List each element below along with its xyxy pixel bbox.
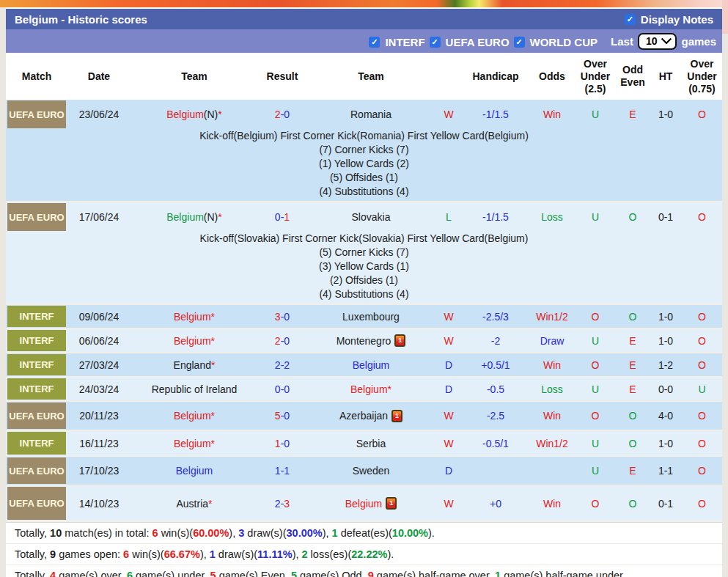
text: 2 [275,359,281,371]
text: E [629,383,636,395]
summary: Totally, 10 match(es) in total: 6 win(s)… [6,522,722,577]
text: W [444,109,453,120]
text: 0 [284,335,290,347]
text: loss(es)( [308,548,352,560]
note-line: (2) Offsides (1) [6,273,722,287]
match-row: UEFA EURO17/10/23Belgium1-1SwedenDUE1-1O [6,457,722,486]
team-star: * [218,109,221,120]
filter-bar: INTERFUEFA EUROWORLD CUP Last 10 games [6,29,722,53]
text: O [629,211,637,223]
team-name: Belgium [166,211,204,223]
odds-cell: Win1/2 [529,305,575,328]
text: game(s) over, [56,570,127,577]
summary-line: Totally, 4 game(s) over, 6 game(s) under… [6,565,722,577]
filter-checkbox-icon[interactable] [430,37,441,48]
team-cell: Belgium* [130,305,258,328]
team-cell: Belgium(N)* [130,100,258,129]
display-notes-checkbox[interactable] [625,14,636,25]
text: 1 [275,465,281,477]
text: ). [428,527,435,539]
competition-cell: UEFA EURO [6,457,67,485]
text: 3 [275,311,281,323]
handicap-cell: +0 [462,486,529,521]
text: O [592,311,600,323]
outcome-cell: D [435,378,462,400]
text: Loss [541,211,563,223]
text: 5 [210,570,216,577]
team-name: Austria [176,498,208,510]
text: win(s)( [158,527,194,539]
text: ), [293,548,302,560]
team-cell: Belgium [306,486,435,521]
half-time-cell: 0-1 [650,202,682,232]
text: ). [387,548,394,560]
team-name: Luxembourg [342,311,400,323]
match-row: INTERF06/06/24Belgium*2-0MontenegroW-2Dr… [6,329,722,353]
competition-cell: INTERF [6,378,67,400]
text: O [698,211,706,223]
column-header: HT [650,53,682,100]
column-header: Over Under (0.75) [682,53,722,100]
red-card-icon [386,497,397,510]
filter-checkbox-icon[interactable] [514,37,525,48]
text: -2.5 [487,410,504,422]
text: Win [543,410,561,422]
text: Win [543,498,561,510]
match-main-row: INTERF06/06/24Belgium*2-0MontenegroW-2Dr… [6,329,722,352]
text: -2.5/3 [482,311,509,323]
odd-even-cell: O [616,431,650,455]
text: 2 [275,335,281,347]
text: 1 [332,527,338,539]
outcome-cell: W [435,402,462,430]
outcome-cell: W [435,100,462,129]
match-date: 23/06/24 [67,100,130,129]
odds-cell: Loss [529,378,575,400]
text: W [444,311,453,323]
odd-even-cell: O [616,486,650,521]
text: D [445,465,452,477]
last-games-select[interactable]: 10 [638,33,677,50]
text: W [444,438,453,449]
over-under-0-75-cell: O [682,431,722,455]
text: O [592,498,600,510]
match-date: 16/11/23 [67,431,130,455]
half-time-cell: 1-0 [650,431,682,455]
text: E [629,109,636,120]
competition-badge: UEFA EURO [7,100,66,128]
text: (N) [204,109,218,120]
text: O [629,438,637,449]
competition-badge: UEFA EURO [7,203,66,231]
text: 1-2 [658,359,673,371]
filter-group: INTERF [369,36,424,48]
text: Win [543,109,561,120]
text: win(s)( [129,548,164,560]
text: O [698,498,706,510]
team-cell: Slovakia [306,202,435,232]
team-name: Belgium [353,359,390,371]
match-row: INTERF09/06/24Belgium*3-0LuxembourgW-2.5… [6,305,722,329]
match-date: 24/03/24 [67,378,130,400]
over-under-2-5-cell: U [575,457,616,485]
outcome-cell: D [435,457,462,485]
over-under-0-75-cell: O [682,305,722,328]
match-row: UEFA EURO17/06/24Belgium(N)*0-1SlovakiaL… [6,202,722,305]
competition-badge: INTERF [7,378,66,400]
team-cell: Azerbaijan [306,402,435,430]
filter-group: UEFA EURO [430,36,510,48]
team-name: Belgium [174,438,211,449]
competition-cell: UEFA EURO [6,100,67,129]
text: U [592,438,599,449]
text: 3 [284,498,290,510]
half-time-cell: 0-0 [650,378,682,400]
text: D [445,383,452,395]
text: 1 [275,438,281,449]
column-header: Odds [529,53,575,100]
text: 0-0 [658,383,673,395]
match-result: 2-3 [258,486,306,521]
text: 6 [127,570,133,577]
match-result: 2-0 [258,329,306,352]
team-name: England [174,359,211,371]
team-name: Belgium [350,383,388,395]
filter-checkbox-icon[interactable] [369,37,380,48]
team-cell: Belgium* [130,329,258,352]
